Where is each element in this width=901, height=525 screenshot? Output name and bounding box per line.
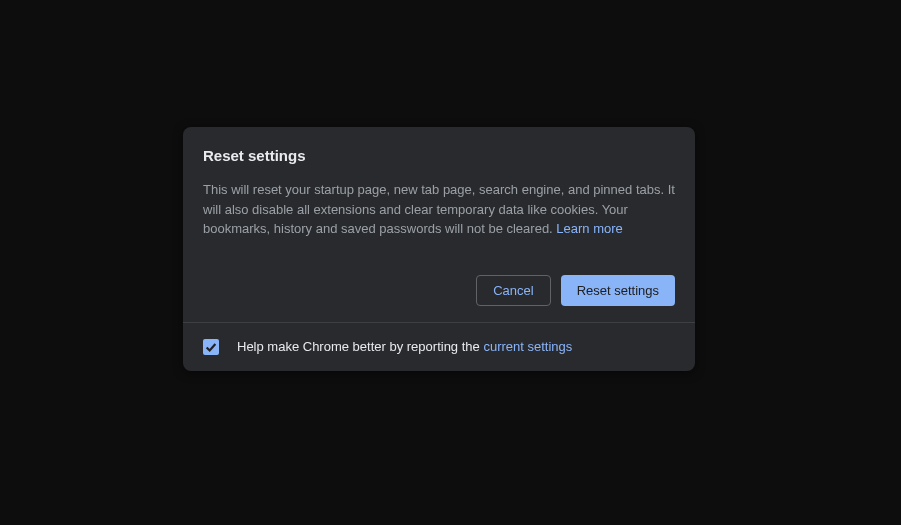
footer-text: Help make Chrome better by reporting the… (237, 339, 572, 354)
dialog-footer: Help make Chrome better by reporting the… (183, 322, 695, 371)
report-settings-checkbox[interactable] (203, 339, 219, 355)
checkmark-icon (204, 340, 218, 354)
learn-more-link[interactable]: Learn more (556, 221, 622, 236)
dialog-title: Reset settings (203, 147, 675, 164)
footer-text-prefix: Help make Chrome better by reporting the (237, 339, 483, 354)
cancel-button[interactable]: Cancel (476, 275, 550, 306)
current-settings-link[interactable]: current settings (483, 339, 572, 354)
reset-settings-button[interactable]: Reset settings (561, 275, 675, 306)
dialog-body: Reset settings This will reset your star… (183, 127, 695, 259)
reset-settings-dialog: Reset settings This will reset your star… (183, 127, 695, 371)
dialog-actions: Cancel Reset settings (183, 259, 695, 322)
dialog-description: This will reset your startup page, new t… (203, 180, 675, 239)
